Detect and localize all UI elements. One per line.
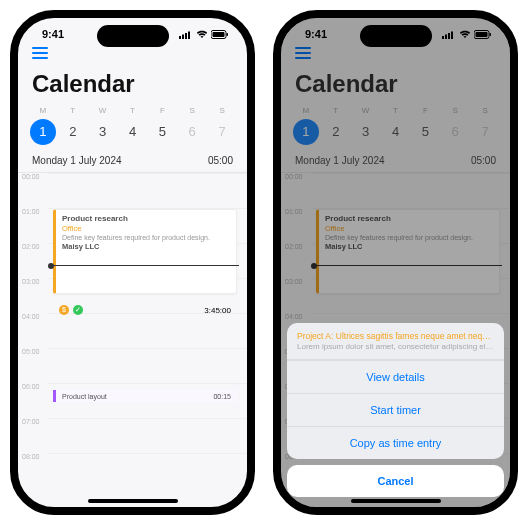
wifi-icon <box>196 30 208 39</box>
date-label: Monday 1 July 2024 <box>32 155 122 166</box>
wd: F <box>147 106 177 115</box>
event-title: Product research <box>62 214 230 223</box>
sheet-title: Project A: Ultrices sagittis fames neque… <box>297 331 494 341</box>
day-3[interactable]: 3 <box>88 119 118 145</box>
action-sheet-card: Project A: Ultrices sagittis fames neque… <box>287 323 504 459</box>
event2-dur: 00:15 <box>213 393 231 400</box>
cancel-button[interactable]: Cancel <box>287 465 504 497</box>
notch <box>360 25 432 47</box>
event2-title: Product layout <box>62 393 107 400</box>
hour-label: 01:00 <box>18 208 48 215</box>
timer-elapsed: 3:45:00 <box>204 306 231 315</box>
battery-icon <box>211 30 229 39</box>
svg-rect-0 <box>179 36 181 39</box>
weekday-header: M T W T F S S <box>18 106 247 115</box>
day-2[interactable]: 2 <box>58 119 88 145</box>
day-1[interactable]: 1 <box>28 119 58 145</box>
dollar-icon: $ <box>59 305 69 315</box>
sheet-subtitle: Lorem ipsum dolor sit amet, consectetur … <box>297 342 494 351</box>
event-project: Office <box>62 224 230 233</box>
hour-label: 03:00 <box>18 278 48 285</box>
start-timer-button[interactable]: Start timer <box>287 393 504 426</box>
week-row: 1 2 3 4 5 6 7 <box>18 115 247 151</box>
timer-row[interactable]: $ ✓ 3:45:00 <box>53 301 237 319</box>
wd: T <box>58 106 88 115</box>
page-title: Calendar <box>18 66 247 106</box>
event-client: Maisy LLC <box>62 242 230 251</box>
status-indicators <box>179 30 229 39</box>
hour-label: 04:00 <box>18 313 48 320</box>
check-icon: ✓ <box>73 305 83 315</box>
action-sheet: Project A: Ultrices sagittis fames neque… <box>287 323 504 497</box>
day-6[interactable]: 6 <box>177 119 207 145</box>
screen: 9:41 Calendar M T W T F S S 1 2 3 4 5 6 <box>18 18 247 507</box>
wd: M <box>28 106 58 115</box>
view-details-button[interactable]: View details <box>287 360 504 393</box>
timeline[interactable]: 00:00 01:00 02:00 03:00 04:00 05:00 06:0… <box>18 173 247 488</box>
phone-right: 9:41 Calendar M T W T F S S 1 2 3 4 5 6 <box>273 10 518 515</box>
time-label: 05:00 <box>208 155 233 166</box>
screen: 9:41 Calendar M T W T F S S 1 2 3 4 5 6 <box>281 18 510 507</box>
wd: T <box>118 106 148 115</box>
svg-rect-6 <box>227 33 229 36</box>
svg-rect-5 <box>213 32 225 37</box>
day-7[interactable]: 7 <box>207 119 237 145</box>
hamburger-icon <box>32 44 48 62</box>
hour-label: 00:00 <box>18 173 48 180</box>
hour-label: 08:00 <box>18 453 48 460</box>
notch <box>97 25 169 47</box>
svg-rect-1 <box>182 34 184 39</box>
day-5[interactable]: 5 <box>147 119 177 145</box>
event-product-research[interactable]: Product research Office Define key featu… <box>53 209 237 294</box>
now-dot <box>48 263 54 269</box>
wd: W <box>88 106 118 115</box>
event-product-layout[interactable]: Product layout 00:15 <box>53 390 237 402</box>
phone-left: 9:41 Calendar M T W T F S S 1 2 3 4 5 6 <box>10 10 255 515</box>
event-desc: Define key features required for product… <box>62 234 230 241</box>
signal-icon <box>179 30 193 39</box>
hour-label: 02:00 <box>18 243 48 250</box>
wd: S <box>177 106 207 115</box>
hour-label: 06:00 <box>18 383 48 390</box>
wd: S <box>207 106 237 115</box>
timer-icons: $ ✓ <box>59 305 83 315</box>
status-time: 9:41 <box>42 28 64 40</box>
hour-label: 07:00 <box>18 418 48 425</box>
sheet-header: Project A: Ultrices sagittis fames neque… <box>287 323 504 360</box>
date-header: Monday 1 July 2024 05:00 <box>18 151 247 173</box>
svg-rect-2 <box>185 33 187 39</box>
svg-rect-3 <box>188 31 190 39</box>
home-indicator[interactable] <box>88 499 178 503</box>
copy-time-entry-button[interactable]: Copy as time entry <box>287 426 504 459</box>
day-4[interactable]: 4 <box>118 119 148 145</box>
hour-label: 05:00 <box>18 348 48 355</box>
home-indicator[interactable] <box>351 499 441 503</box>
now-line <box>50 265 239 266</box>
